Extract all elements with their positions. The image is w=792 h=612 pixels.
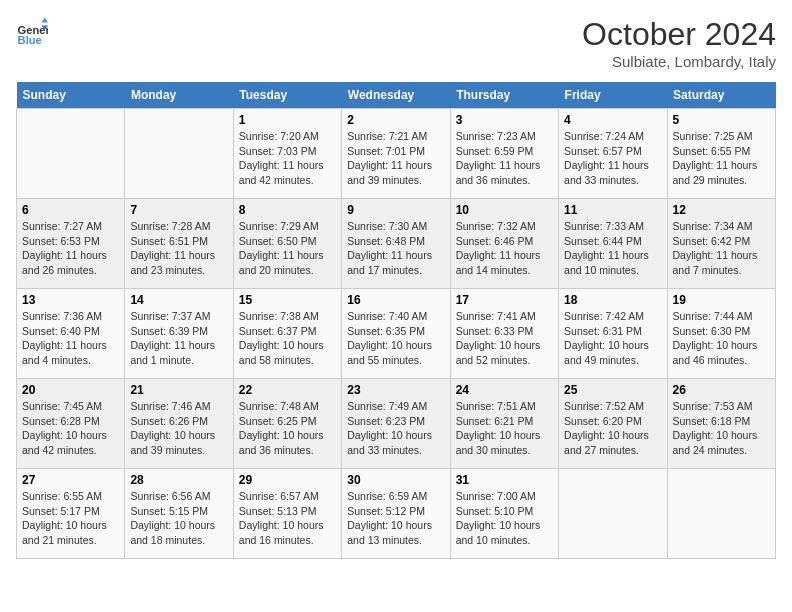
day-number: 10 — [456, 203, 553, 217]
day-number: 18 — [564, 293, 661, 307]
calendar-cell: 21Sunrise: 7:46 AM Sunset: 6:26 PM Dayli… — [125, 379, 233, 469]
day-info: Sunrise: 7:41 AM Sunset: 6:33 PM Dayligh… — [456, 309, 553, 368]
day-info: Sunrise: 7:51 AM Sunset: 6:21 PM Dayligh… — [456, 399, 553, 458]
day-number: 2 — [347, 113, 444, 127]
day-number: 27 — [22, 473, 119, 487]
day-info: Sunrise: 7:36 AM Sunset: 6:40 PM Dayligh… — [22, 309, 119, 368]
calendar-cell — [17, 109, 125, 199]
header-tuesday: Tuesday — [233, 82, 341, 109]
calendar-cell: 29Sunrise: 6:57 AM Sunset: 5:13 PM Dayli… — [233, 469, 341, 559]
day-info: Sunrise: 7:48 AM Sunset: 6:25 PM Dayligh… — [239, 399, 336, 458]
day-number: 14 — [130, 293, 227, 307]
day-info: Sunrise: 7:27 AM Sunset: 6:53 PM Dayligh… — [22, 219, 119, 278]
day-number: 12 — [673, 203, 770, 217]
day-info: Sunrise: 7:45 AM Sunset: 6:28 PM Dayligh… — [22, 399, 119, 458]
day-number: 30 — [347, 473, 444, 487]
svg-text:Blue: Blue — [18, 34, 42, 46]
calendar-cell: 6Sunrise: 7:27 AM Sunset: 6:53 PM Daylig… — [17, 199, 125, 289]
calendar-cell: 24Sunrise: 7:51 AM Sunset: 6:21 PM Dayli… — [450, 379, 558, 469]
calendar-cell: 5Sunrise: 7:25 AM Sunset: 6:55 PM Daylig… — [667, 109, 775, 199]
calendar-cell: 16Sunrise: 7:40 AM Sunset: 6:35 PM Dayli… — [342, 289, 450, 379]
page-header: General Blue October 2024 Sulbiate, Lomb… — [16, 16, 776, 70]
calendar-cell: 17Sunrise: 7:41 AM Sunset: 6:33 PM Dayli… — [450, 289, 558, 379]
calendar-cell: 10Sunrise: 7:32 AM Sunset: 6:46 PM Dayli… — [450, 199, 558, 289]
day-info: Sunrise: 7:34 AM Sunset: 6:42 PM Dayligh… — [673, 219, 770, 278]
day-number: 5 — [673, 113, 770, 127]
day-info: Sunrise: 7:28 AM Sunset: 6:51 PM Dayligh… — [130, 219, 227, 278]
day-info: Sunrise: 7:23 AM Sunset: 6:59 PM Dayligh… — [456, 129, 553, 188]
day-info: Sunrise: 7:44 AM Sunset: 6:30 PM Dayligh… — [673, 309, 770, 368]
day-number: 23 — [347, 383, 444, 397]
day-number: 31 — [456, 473, 553, 487]
calendar-week-2: 6Sunrise: 7:27 AM Sunset: 6:53 PM Daylig… — [17, 199, 776, 289]
calendar-week-4: 20Sunrise: 7:45 AM Sunset: 6:28 PM Dayli… — [17, 379, 776, 469]
day-info: Sunrise: 7:24 AM Sunset: 6:57 PM Dayligh… — [564, 129, 661, 188]
logo: General Blue — [16, 16, 48, 48]
calendar-cell: 14Sunrise: 7:37 AM Sunset: 6:39 PM Dayli… — [125, 289, 233, 379]
calendar-cell: 28Sunrise: 6:56 AM Sunset: 5:15 PM Dayli… — [125, 469, 233, 559]
header-sunday: Sunday — [17, 82, 125, 109]
day-number: 7 — [130, 203, 227, 217]
calendar-week-5: 27Sunrise: 6:55 AM Sunset: 5:17 PM Dayli… — [17, 469, 776, 559]
day-info: Sunrise: 7:30 AM Sunset: 6:48 PM Dayligh… — [347, 219, 444, 278]
day-number: 6 — [22, 203, 119, 217]
calendar-cell: 13Sunrise: 7:36 AM Sunset: 6:40 PM Dayli… — [17, 289, 125, 379]
calendar-cell — [667, 469, 775, 559]
day-info: Sunrise: 6:57 AM Sunset: 5:13 PM Dayligh… — [239, 489, 336, 548]
day-number: 25 — [564, 383, 661, 397]
calendar-cell: 15Sunrise: 7:38 AM Sunset: 6:37 PM Dayli… — [233, 289, 341, 379]
header-thursday: Thursday — [450, 82, 558, 109]
header-wednesday: Wednesday — [342, 82, 450, 109]
day-info: Sunrise: 7:37 AM Sunset: 6:39 PM Dayligh… — [130, 309, 227, 368]
day-info: Sunrise: 7:29 AM Sunset: 6:50 PM Dayligh… — [239, 219, 336, 278]
calendar-cell: 9Sunrise: 7:30 AM Sunset: 6:48 PM Daylig… — [342, 199, 450, 289]
day-number: 11 — [564, 203, 661, 217]
day-info: Sunrise: 7:00 AM Sunset: 5:10 PM Dayligh… — [456, 489, 553, 548]
calendar-cell: 30Sunrise: 6:59 AM Sunset: 5:12 PM Dayli… — [342, 469, 450, 559]
day-number: 8 — [239, 203, 336, 217]
day-info: Sunrise: 7:32 AM Sunset: 6:46 PM Dayligh… — [456, 219, 553, 278]
day-info: Sunrise: 6:56 AM Sunset: 5:15 PM Dayligh… — [130, 489, 227, 548]
day-number: 1 — [239, 113, 336, 127]
month-title: October 2024 — [582, 16, 776, 53]
location-subtitle: Sulbiate, Lombardy, Italy — [582, 53, 776, 70]
day-info: Sunrise: 6:55 AM Sunset: 5:17 PM Dayligh… — [22, 489, 119, 548]
day-number: 24 — [456, 383, 553, 397]
calendar-cell: 12Sunrise: 7:34 AM Sunset: 6:42 PM Dayli… — [667, 199, 775, 289]
day-info: Sunrise: 7:46 AM Sunset: 6:26 PM Dayligh… — [130, 399, 227, 458]
day-number: 20 — [22, 383, 119, 397]
calendar-cell: 7Sunrise: 7:28 AM Sunset: 6:51 PM Daylig… — [125, 199, 233, 289]
day-number: 19 — [673, 293, 770, 307]
header-monday: Monday — [125, 82, 233, 109]
header-saturday: Saturday — [667, 82, 775, 109]
header-friday: Friday — [559, 82, 667, 109]
calendar-cell: 27Sunrise: 6:55 AM Sunset: 5:17 PM Dayli… — [17, 469, 125, 559]
day-number: 22 — [239, 383, 336, 397]
calendar-week-3: 13Sunrise: 7:36 AM Sunset: 6:40 PM Dayli… — [17, 289, 776, 379]
day-number: 3 — [456, 113, 553, 127]
day-info: Sunrise: 6:59 AM Sunset: 5:12 PM Dayligh… — [347, 489, 444, 548]
day-info: Sunrise: 7:52 AM Sunset: 6:20 PM Dayligh… — [564, 399, 661, 458]
calendar-cell: 22Sunrise: 7:48 AM Sunset: 6:25 PM Dayli… — [233, 379, 341, 469]
day-number: 21 — [130, 383, 227, 397]
day-number: 15 — [239, 293, 336, 307]
day-number: 4 — [564, 113, 661, 127]
calendar-cell: 19Sunrise: 7:44 AM Sunset: 6:30 PM Dayli… — [667, 289, 775, 379]
day-number: 13 — [22, 293, 119, 307]
day-number: 29 — [239, 473, 336, 487]
day-info: Sunrise: 7:20 AM Sunset: 7:03 PM Dayligh… — [239, 129, 336, 188]
calendar-cell: 31Sunrise: 7:00 AM Sunset: 5:10 PM Dayli… — [450, 469, 558, 559]
calendar-table: SundayMondayTuesdayWednesdayThursdayFrid… — [16, 82, 776, 559]
day-number: 28 — [130, 473, 227, 487]
calendar-cell — [559, 469, 667, 559]
calendar-cell: 23Sunrise: 7:49 AM Sunset: 6:23 PM Dayli… — [342, 379, 450, 469]
calendar-header-row: SundayMondayTuesdayWednesdayThursdayFrid… — [17, 82, 776, 109]
day-info: Sunrise: 7:21 AM Sunset: 7:01 PM Dayligh… — [347, 129, 444, 188]
day-info: Sunrise: 7:42 AM Sunset: 6:31 PM Dayligh… — [564, 309, 661, 368]
calendar-cell — [125, 109, 233, 199]
title-block: October 2024 Sulbiate, Lombardy, Italy — [582, 16, 776, 70]
calendar-cell: 20Sunrise: 7:45 AM Sunset: 6:28 PM Dayli… — [17, 379, 125, 469]
calendar-cell: 2Sunrise: 7:21 AM Sunset: 7:01 PM Daylig… — [342, 109, 450, 199]
calendar-week-1: 1Sunrise: 7:20 AM Sunset: 7:03 PM Daylig… — [17, 109, 776, 199]
calendar-cell: 25Sunrise: 7:52 AM Sunset: 6:20 PM Dayli… — [559, 379, 667, 469]
